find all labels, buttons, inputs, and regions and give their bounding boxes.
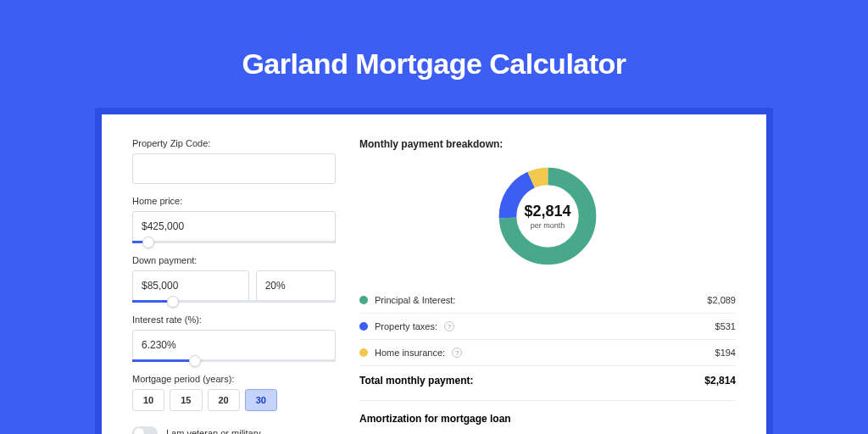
field-period: Mortgage period (years): 10152030 — [132, 374, 336, 411]
legend-dot — [359, 296, 368, 304]
breakdown-value: $531 — [715, 321, 736, 331]
hero: Garland Mortgage Calculator — [0, 0, 868, 108]
interest-rate-label: Interest rate (%): — [132, 314, 336, 325]
interest-rate-slider[interactable] — [132, 359, 336, 362]
zip-label: Property Zip Code: — [132, 138, 336, 148]
interest-rate-slider-thumb[interactable] — [189, 355, 201, 367]
interest-rate-slider-fill — [132, 359, 195, 362]
form-panel: Property Zip Code: Home price: Down paym… — [132, 138, 336, 434]
period-button-15[interactable]: 15 — [170, 389, 202, 411]
field-home-price: Home price: — [132, 196, 336, 243]
breakdown-row: Property taxes:?$531 — [359, 314, 736, 340]
calculator-card: Property Zip Code: Home price: Down paym… — [102, 114, 766, 434]
breakdown-title: Monthly payment breakdown: — [359, 138, 736, 150]
card-outer: Property Zip Code: Home price: Down paym… — [95, 108, 773, 434]
home-price-label: Home price: — [132, 196, 336, 206]
veteran-label: I am veteran or military — [166, 428, 261, 434]
field-zip: Property Zip Code: — [132, 138, 336, 184]
zip-input[interactable] — [132, 153, 336, 184]
down-payment-label: Down payment: — [132, 255, 336, 265]
breakdown-row: Principal & Interest:$2,089 — [359, 287, 736, 314]
period-button-10[interactable]: 10 — [132, 389, 164, 411]
total-value: $2,814 — [704, 375, 736, 387]
home-price-input[interactable] — [132, 211, 336, 242]
down-payment-pct-input[interactable] — [256, 270, 336, 301]
veteran-toggle[interactable] — [132, 426, 158, 434]
field-down-payment: Down payment: — [132, 255, 336, 303]
down-payment-slider-thumb[interactable] — [167, 296, 179, 308]
period-button-30[interactable]: 30 — [245, 389, 277, 411]
page-title: Garland Mortgage Calculator — [0, 47, 868, 81]
total-label: Total monthly payment: — [359, 375, 473, 387]
donut-center: $2,814 per month — [495, 164, 600, 269]
home-price-slider-thumb[interactable] — [142, 236, 154, 248]
home-price-slider[interactable] — [132, 241, 336, 243]
period-label: Mortgage period (years): — [132, 374, 336, 384]
veteran-row: I am veteran or military — [132, 426, 336, 434]
breakdown-label-text: Principal & Interest: — [375, 295, 455, 305]
down-payment-slider[interactable] — [132, 300, 336, 303]
breakdown-label-text: Property taxes: — [375, 321, 437, 331]
field-interest-rate: Interest rate (%): — [132, 314, 336, 362]
info-icon[interactable]: ? — [444, 321, 454, 331]
total-row: Total monthly payment: $2,814 — [359, 366, 736, 400]
breakdown-list: Principal & Interest:$2,089Property taxe… — [359, 287, 736, 366]
breakdown-label-text: Home insurance: — [375, 348, 445, 358]
donut-amount: $2,814 — [524, 203, 570, 220]
donut-chart: $2,814 per month — [495, 164, 600, 269]
down-payment-input[interactable] — [132, 270, 249, 301]
info-icon[interactable]: ? — [452, 348, 462, 358]
amortization-title: Amortization for mortgage loan — [359, 413, 736, 425]
interest-rate-input[interactable] — [132, 330, 336, 360]
breakdown-value: $2,089 — [707, 295, 736, 305]
donut-sub: per month — [531, 221, 565, 230]
amortization-section: Amortization for mortgage loan Amortizat… — [359, 400, 736, 434]
donut-wrap: $2,814 per month — [359, 164, 736, 269]
period-button-20[interactable]: 20 — [208, 389, 240, 411]
results-panel: Monthly payment breakdown: $2,814 per mo… — [359, 138, 736, 434]
legend-dot — [359, 322, 368, 331]
legend-dot — [359, 348, 368, 357]
breakdown-row: Home insurance:?$194 — [359, 340, 736, 366]
breakdown-value: $194 — [715, 348, 736, 358]
period-group: 10152030 — [132, 389, 336, 411]
